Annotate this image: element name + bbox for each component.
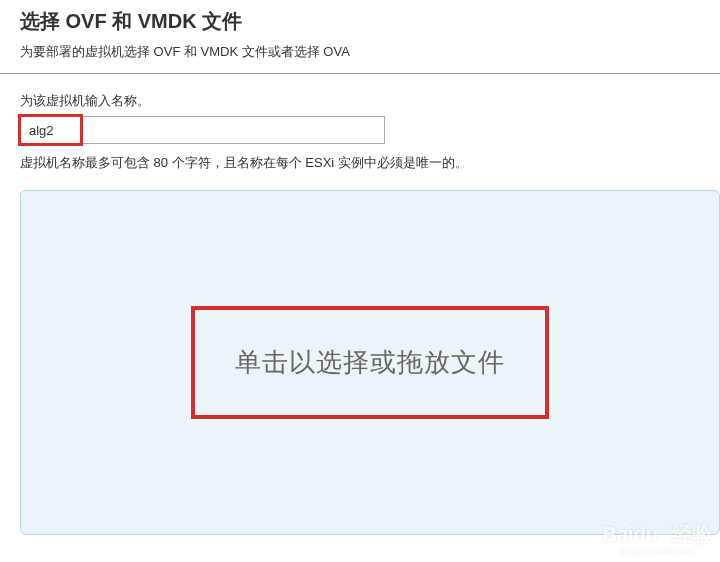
- vm-name-input-wrapper: [20, 116, 700, 144]
- file-dropzone[interactable]: 单击以选择或拖放文件: [20, 190, 720, 535]
- watermark-url: jingyan.baidu.com: [602, 546, 712, 556]
- highlight-annotation-dropzone: 单击以选择或拖放文件: [191, 306, 549, 419]
- page-subtitle: 为要部署的虚拟机选择 OVF 和 VMDK 文件或者选择 OVA: [20, 43, 700, 61]
- page-title: 选择 OVF 和 VMDK 文件: [20, 8, 700, 35]
- vm-name-input[interactable]: [20, 116, 385, 144]
- header-section: 选择 OVF 和 VMDK 文件 为要部署的虚拟机选择 OVF 和 VMDK 文…: [0, 0, 720, 74]
- form-section: 为该虚拟机输入名称。 虚拟机名称最多可包含 80 个字符，且名称在每个 ESXi…: [0, 74, 720, 172]
- vm-name-hint: 虚拟机名称最多可包含 80 个字符，且名称在每个 ESXi 实例中必须是唯一的。: [20, 154, 700, 172]
- dropzone-text: 单击以选择或拖放文件: [235, 345, 505, 380]
- vm-name-label: 为该虚拟机输入名称。: [20, 92, 700, 110]
